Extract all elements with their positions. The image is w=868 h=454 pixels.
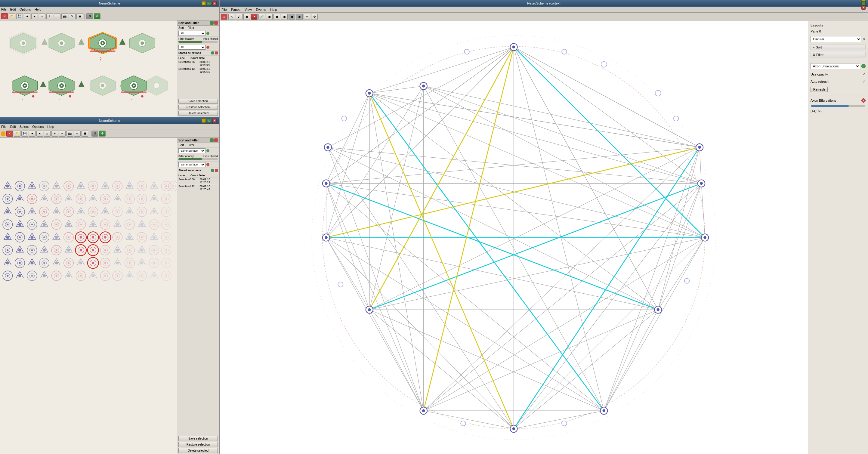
cortex-tb-box4[interactable]: ▣ (288, 14, 295, 20)
tb-layout[interactable]: ⚙ (86, 13, 93, 19)
tb-b-view[interactable]: ⚙ (99, 130, 105, 137)
restore-selection-bottom[interactable]: Restore selection (178, 442, 218, 447)
menu-b-options[interactable]: Options (32, 125, 43, 128)
svg-point-8 (60, 41, 63, 45)
tb-b-back[interactable]: ◄ (29, 130, 35, 137)
sf-bottom-close[interactable] (214, 139, 218, 142)
axon-bif-add-btn[interactable] (861, 64, 866, 68)
close-btn-b[interactable]: ✕ (212, 119, 217, 123)
cortex-menu-view[interactable]: View (245, 8, 252, 11)
cortex-tb-link[interactable]: 🔗 (258, 14, 265, 20)
axon-bif-slider[interactable] (811, 105, 865, 107)
delete-selected-bottom[interactable]: Delete selected (178, 448, 218, 453)
axon-bif-dropdown[interactable]: Axon Bifurcations (810, 63, 860, 69)
cortex-tb-box2[interactable]: ▣ (274, 14, 280, 20)
svg-line-116 (326, 238, 604, 411)
sf-b-sel-row-1[interactable]: Selection1 12 30.09.16 12:20:49 (178, 184, 218, 191)
menu-b-file[interactable]: File (1, 125, 7, 128)
menu-file[interactable]: File (1, 7, 7, 11)
cortex-tb-select[interactable]: ▣ (243, 14, 250, 20)
tb-b-open[interactable]: 📂 (14, 130, 21, 137)
sort-row[interactable]: ≡ Sort (810, 44, 866, 50)
tb-zoom-out[interactable]: − (54, 13, 60, 19)
save-selection-top[interactable]: Save selection (178, 99, 218, 104)
tb-home[interactable]: ⌂ (39, 13, 45, 19)
cortex-tb-cursor[interactable]: ↖ (228, 14, 235, 20)
cortex-tb-box3[interactable]: ▣ (281, 14, 288, 20)
tb-b-forward[interactable]: ► (36, 130, 43, 137)
cortex-menu-help[interactable]: Help (270, 8, 277, 11)
menu-edit[interactable]: Edit (10, 7, 16, 11)
dropdown-arrow: ▼ (863, 38, 866, 41)
tb-b-home[interactable]: ⌂ (44, 130, 51, 137)
cortex-tb-gear[interactable]: ⚙ (311, 14, 318, 20)
sf-b-stored-close[interactable] (215, 169, 218, 172)
cortex-tb-flag[interactable]: ⚑ (251, 14, 257, 20)
cortex-tb-home[interactable]: ⌂ (221, 14, 227, 20)
restore-selection-top[interactable]: Restore selection (178, 105, 218, 110)
tb-select[interactable]: ▣ (76, 13, 83, 19)
cortex-tb-scissors[interactable]: ✂ (304, 14, 310, 20)
filter-row[interactable]: ⧉ Filter (810, 52, 866, 57)
sf-top-toggle[interactable] (210, 21, 214, 25)
cortex-close[interactable]: ✕ (861, 5, 866, 10)
sf-b-opacity-slider[interactable] (178, 158, 218, 160)
circular-dropdown[interactable]: Circular Force Grid (810, 36, 861, 42)
cortex-maximize[interactable]: □ (861, 1, 866, 5)
cortex-tb-box5[interactable]: ▣ (296, 14, 303, 20)
maximize-btn[interactable]: □ (207, 1, 211, 5)
tb-b-zoomin[interactable]: + (52, 130, 58, 137)
sf-filter1-combo[interactable]: All (178, 31, 206, 36)
menu-help[interactable]: Help (35, 7, 41, 11)
save-selection-bottom[interactable]: Save selection (178, 436, 218, 441)
tb-back[interactable]: ◄ (24, 13, 30, 19)
tb-b-save[interactable]: 💾 (21, 130, 28, 137)
tb-camera[interactable]: 📷 (61, 13, 68, 19)
tb-save[interactable]: 💾 (16, 13, 23, 19)
cortex-menu-panes[interactable]: Panes (231, 8, 240, 11)
cortex-tb-paint[interactable]: 🖌 (236, 14, 243, 20)
cortex-menu-events[interactable]: Events (256, 8, 266, 11)
sf-b-filter1-indicator (207, 149, 209, 152)
axon-bif2-remove-btn[interactable]: ✕ (861, 98, 866, 102)
sf-b-filter2-combo[interactable]: Same Surface (178, 162, 206, 167)
refresh-button[interactable]: Refresh (810, 87, 828, 92)
sf-filter2-combo[interactable]: All (178, 45, 206, 50)
tb-view[interactable]: ⚙ (94, 13, 100, 19)
menu-options[interactable]: Options (20, 7, 31, 11)
sf-b-stored-toggle[interactable] (211, 169, 214, 172)
tb-b-layout[interactable]: ⚙ (91, 130, 98, 137)
minimize-btn[interactable]: − (202, 1, 206, 5)
sf-sel-row-0[interactable]: Selection0 36 30.09.16 12:20:29 (178, 60, 218, 67)
cortex-tb-box1[interactable]: ▣ (266, 14, 273, 20)
cortex-toolbar: ⌂ ↖ 🖌 ▣ ⚑ 🔗 ▣ ▣ ▣ ▣ ▣ ✂ ⚙ (220, 12, 868, 21)
menu-b-help[interactable]: Help (47, 125, 54, 128)
tb-open[interactable]: 📂 (9, 13, 16, 19)
svg-line-105 (604, 310, 658, 411)
tb-zoom-in[interactable]: + (46, 13, 53, 19)
sf-b-filter1-combo[interactable]: Same Surface (178, 148, 206, 153)
sf-stored-close[interactable] (215, 52, 218, 55)
close-btn[interactable]: ✕ (212, 1, 217, 5)
sf-stored-toggle[interactable] (211, 52, 214, 55)
sf-sel-row-1[interactable]: Selection1 12 30.09.16 12:20:49 (178, 67, 218, 74)
cortex-menu-file[interactable]: File (221, 8, 227, 11)
menu-b-edit[interactable]: Edit (10, 125, 16, 128)
tb-b-cursor[interactable]: ↖ (74, 130, 81, 137)
sf-opacity-slider[interactable] (178, 41, 218, 43)
minimize-btn-b[interactable]: − (202, 119, 206, 123)
sf-top-close[interactable] (214, 21, 218, 25)
tb-b-select-rect[interactable]: ▣ (82, 130, 88, 137)
delete-selected-top[interactable]: Delete selected (178, 111, 218, 116)
tb-cursor[interactable]: ↖ (69, 13, 75, 19)
tb-forward[interactable]: ► (31, 13, 38, 19)
svg-line-145 (369, 86, 424, 93)
tb-b-new[interactable]: ✕ (6, 130, 13, 137)
sf-b-sel-row-0[interactable]: Selection0 36 30.09.16 12:20:29 (178, 178, 218, 184)
sf-bottom-toggle[interactable] (210, 139, 214, 142)
tb-b-zoomout[interactable]: − (59, 130, 66, 137)
tb-b-camera[interactable]: 📷 (66, 130, 73, 137)
menu-b-select[interactable]: Select (20, 125, 29, 128)
tb-new[interactable]: ✕ (1, 13, 8, 19)
maximize-btn-b[interactable]: □ (207, 119, 211, 123)
